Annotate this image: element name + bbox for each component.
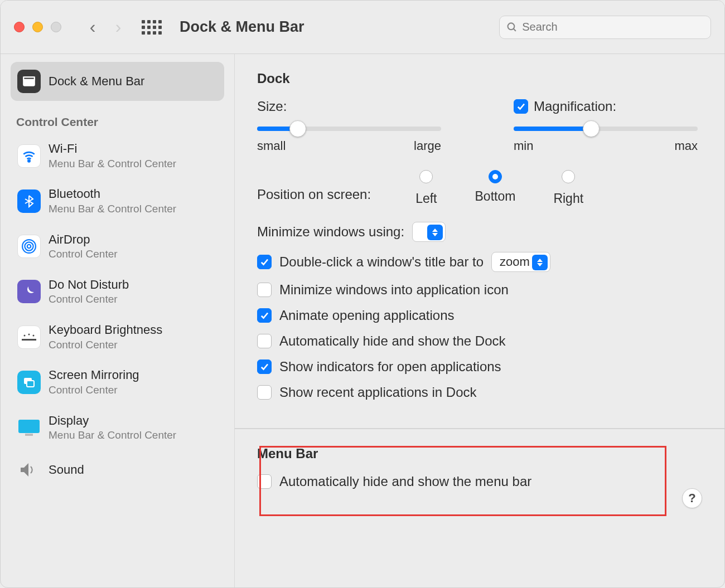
minimize-effect-select[interactable] bbox=[412, 222, 446, 242]
position-left-radio[interactable] bbox=[419, 170, 433, 183]
sidebar-item-screen-mirroring[interactable]: Screen MirroringControl Center bbox=[11, 359, 224, 405]
sidebar-item-sublabel: Control Center bbox=[49, 293, 129, 307]
size-label: Size: bbox=[257, 99, 441, 114]
forward-button: › bbox=[110, 16, 126, 38]
position-right-label: Right bbox=[553, 191, 583, 206]
autohide-dock-checkbox[interactable] bbox=[257, 334, 272, 348]
size-max-label: large bbox=[414, 139, 441, 153]
svg-point-11 bbox=[33, 334, 35, 336]
preferences-pane: Dock Size: smalllarge Magnification: bbox=[235, 54, 724, 587]
traffic-lights bbox=[14, 22, 61, 32]
autohide-menubar-label: Automatically hide and show the menu bar bbox=[279, 474, 531, 489]
window-title: Dock & Menu Bar bbox=[180, 18, 304, 36]
indicators-label: Show indicators for open applications bbox=[279, 359, 501, 375]
position-label: Position on screen: bbox=[257, 170, 371, 202]
sidebar-item-label: Wi-Fi bbox=[49, 141, 176, 157]
size-slider-thumb[interactable] bbox=[289, 120, 306, 137]
sidebar-item-sublabel: Control Center bbox=[49, 338, 162, 352]
svg-rect-8 bbox=[22, 339, 36, 341]
close-window-button[interactable] bbox=[14, 22, 25, 32]
wifi-icon bbox=[17, 144, 41, 168]
moon-icon bbox=[17, 280, 41, 303]
screen-mirroring-icon bbox=[17, 371, 41, 394]
keyboard-brightness-icon bbox=[17, 325, 41, 349]
show-all-button[interactable] bbox=[141, 16, 163, 38]
minimize-window-button[interactable] bbox=[32, 22, 43, 32]
sidebar-item-label: AirDrop bbox=[49, 232, 118, 248]
chevron-updown-icon bbox=[427, 225, 443, 240]
airdrop-icon bbox=[17, 235, 41, 258]
search-field[interactable] bbox=[499, 16, 711, 39]
search-input[interactable] bbox=[522, 21, 704, 33]
sidebar-item-label: Dock & Menu Bar bbox=[49, 74, 144, 90]
size-min-label: small bbox=[257, 139, 286, 153]
sidebar-item-sound[interactable]: Sound bbox=[11, 450, 224, 489]
animate-label: Animate opening applications bbox=[279, 308, 455, 323]
sidebar-item-label: Sound bbox=[49, 462, 84, 478]
svg-rect-3 bbox=[23, 77, 35, 79]
sidebar-item-label: Screen Mirroring bbox=[49, 367, 139, 383]
help-button[interactable]: ? bbox=[682, 488, 702, 508]
svg-point-6 bbox=[25, 242, 33, 251]
recent-apps-label: Show recent applications in Dock bbox=[279, 385, 477, 400]
svg-point-4 bbox=[28, 160, 30, 162]
minimize-effect-label: Minimize windows using: bbox=[257, 224, 404, 240]
sidebar-item-sublabel: Menu Bar & Control Center bbox=[49, 157, 176, 171]
svg-rect-14 bbox=[18, 420, 40, 433]
position-bottom-label: Bottom bbox=[475, 189, 516, 204]
position-right-radio[interactable] bbox=[562, 170, 575, 183]
mag-max-label: max bbox=[674, 139, 698, 153]
sidebar-item-sublabel: Control Center bbox=[49, 383, 139, 397]
sidebar: Dock & Menu Bar Control Center Wi-FiMenu… bbox=[1, 54, 235, 587]
doubleclick-action-select[interactable]: zoom bbox=[491, 252, 550, 272]
recent-apps-checkbox[interactable] bbox=[257, 385, 272, 400]
toolbar: ‹ › Dock & Menu Bar bbox=[1, 1, 724, 54]
autohide-dock-label: Automatically hide and show the Dock bbox=[279, 333, 506, 349]
magnification-label: Magnification: bbox=[534, 99, 616, 114]
sidebar-item-sublabel: Menu Bar & Control Center bbox=[49, 202, 176, 216]
sidebar-item-label: Bluetooth bbox=[49, 186, 176, 202]
menubar-heading: Menu Bar bbox=[257, 446, 698, 461]
sidebar-item-dock-menubar[interactable]: Dock & Menu Bar bbox=[11, 62, 224, 101]
autohide-menubar-checkbox[interactable] bbox=[257, 474, 272, 489]
svg-point-0 bbox=[508, 23, 515, 30]
magnification-slider-thumb[interactable] bbox=[583, 120, 600, 137]
doubleclick-checkbox[interactable] bbox=[257, 255, 272, 269]
sidebar-item-sublabel: Menu Bar & Control Center bbox=[49, 429, 176, 443]
svg-point-5 bbox=[27, 245, 31, 249]
chevron-updown-icon bbox=[532, 255, 548, 270]
animate-checkbox[interactable] bbox=[257, 308, 272, 323]
display-icon bbox=[17, 416, 41, 439]
doubleclick-label: Double-click a window's title bar to bbox=[279, 254, 484, 270]
bluetooth-icon bbox=[17, 189, 41, 213]
svg-line-1 bbox=[514, 28, 516, 31]
dock-menubar-icon bbox=[17, 70, 41, 93]
zoom-window-button bbox=[51, 22, 61, 32]
sidebar-item-label: Display bbox=[49, 413, 176, 429]
section-divider bbox=[235, 428, 724, 429]
size-slider[interactable] bbox=[257, 127, 441, 131]
indicators-checkbox[interactable] bbox=[257, 359, 272, 374]
sidebar-item-dnd[interactable]: Do Not DisturbControl Center bbox=[11, 269, 224, 314]
sidebar-item-airdrop[interactable]: AirDropControl Center bbox=[11, 224, 224, 269]
minimize-into-icon-label: Minimize windows into application icon bbox=[279, 282, 509, 298]
svg-rect-13 bbox=[27, 381, 34, 387]
sidebar-section-control-center: Control Center bbox=[11, 101, 224, 133]
sidebar-item-wifi[interactable]: Wi-FiMenu Bar & Control Center bbox=[11, 133, 224, 178]
magnification-checkbox[interactable] bbox=[514, 99, 528, 114]
dock-heading: Dock bbox=[257, 71, 698, 86]
position-bottom-radio[interactable] bbox=[489, 170, 502, 183]
magnification-slider[interactable] bbox=[514, 127, 698, 131]
position-left-label: Left bbox=[415, 191, 437, 206]
back-button[interactable]: ‹ bbox=[85, 16, 100, 38]
sidebar-item-display[interactable]: DisplayMenu Bar & Control Center bbox=[11, 405, 224, 450]
minimize-into-icon-checkbox[interactable] bbox=[257, 283, 272, 297]
search-icon bbox=[506, 21, 518, 33]
svg-point-10 bbox=[28, 333, 30, 335]
sidebar-item-bluetooth[interactable]: BluetoothMenu Bar & Control Center bbox=[11, 178, 224, 223]
svg-rect-15 bbox=[25, 434, 33, 436]
mag-min-label: min bbox=[514, 139, 533, 153]
sound-icon bbox=[17, 458, 41, 482]
svg-point-9 bbox=[24, 334, 26, 336]
sidebar-item-keyboard-brightness[interactable]: Keyboard BrightnessControl Center bbox=[11, 314, 224, 359]
